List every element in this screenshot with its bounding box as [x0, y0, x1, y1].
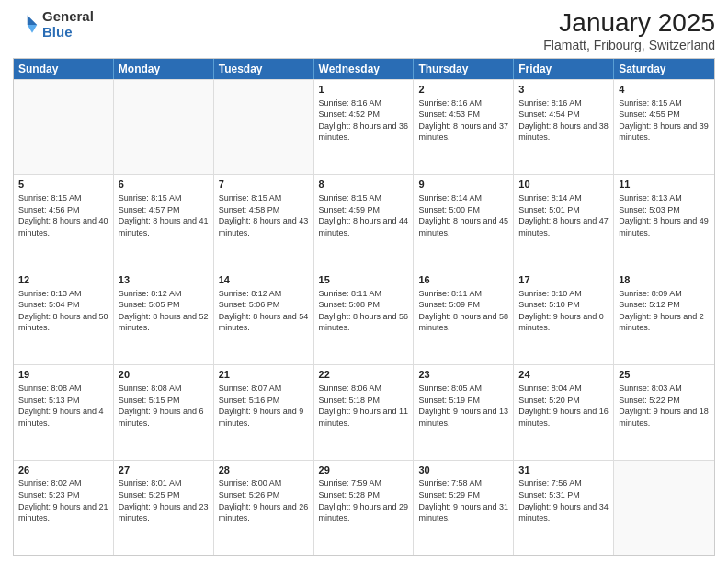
page-subtitle: Flamatt, Fribourg, Switzerland: [543, 38, 715, 52]
day-cell-28: 28Sunrise: 8:00 AM Sunset: 5:26 PM Dayli…: [214, 461, 314, 555]
day-info: Sunrise: 8:12 AM Sunset: 5:06 PM Dayligh…: [219, 288, 309, 334]
empty-cell: [214, 80, 314, 174]
day-number: 28: [219, 464, 309, 477]
day-info: Sunrise: 7:56 AM Sunset: 5:31 PM Dayligh…: [518, 477, 609, 523]
calendar-body: 1Sunrise: 8:16 AM Sunset: 4:52 PM Daylig…: [14, 79, 714, 555]
day-number: 4: [619, 83, 710, 97]
day-info: Sunrise: 8:03 AM Sunset: 5:22 PM Dayligh…: [619, 383, 710, 429]
day-number: 14: [219, 273, 309, 287]
header-day-saturday: Saturday: [614, 59, 714, 79]
day-cell-23: 23Sunrise: 8:05 AM Sunset: 5:19 PM Dayli…: [414, 365, 514, 459]
day-info: Sunrise: 7:59 AM Sunset: 5:28 PM Dayligh…: [319, 477, 409, 523]
day-number: 18: [619, 273, 710, 287]
day-cell-19: 19Sunrise: 8:08 AM Sunset: 5:13 PM Dayli…: [14, 365, 114, 459]
day-cell-4: 4Sunrise: 8:15 AM Sunset: 4:55 PM Daylig…: [614, 80, 714, 174]
logo-general: General: [42, 9, 94, 25]
day-number: 16: [418, 273, 508, 287]
title-block: January 2025 Flamatt, Fribourg, Switzerl…: [543, 9, 715, 52]
day-cell-30: 30Sunrise: 7:58 AM Sunset: 5:29 PM Dayli…: [414, 461, 514, 555]
day-info: Sunrise: 8:12 AM Sunset: 5:05 PM Dayligh…: [119, 288, 209, 334]
calendar-header: SundayMondayTuesdayWednesdayThursdayFrid…: [14, 59, 714, 79]
empty-cell: [14, 80, 114, 174]
day-number: 15: [319, 273, 409, 287]
day-number: 29: [319, 464, 409, 477]
day-cell-14: 14Sunrise: 8:12 AM Sunset: 5:06 PM Dayli…: [214, 270, 314, 364]
day-info: Sunrise: 8:00 AM Sunset: 5:26 PM Dayligh…: [219, 477, 309, 523]
calendar-row: 26Sunrise: 8:02 AM Sunset: 5:23 PM Dayli…: [14, 460, 714, 555]
day-info: Sunrise: 7:58 AM Sunset: 5:29 PM Dayligh…: [418, 477, 508, 523]
page-title: January 2025: [543, 9, 715, 38]
day-number: 20: [119, 368, 209, 382]
day-cell-10: 10Sunrise: 8:14 AM Sunset: 5:01 PM Dayli…: [514, 175, 614, 269]
day-number: 11: [619, 178, 710, 191]
day-cell-12: 12Sunrise: 8:13 AM Sunset: 5:04 PM Dayli…: [14, 270, 114, 364]
calendar-row: 5Sunrise: 8:15 AM Sunset: 4:56 PM Daylig…: [14, 174, 714, 269]
day-number: 2: [418, 83, 508, 97]
header-day-thursday: Thursday: [414, 59, 514, 79]
day-cell-25: 25Sunrise: 8:03 AM Sunset: 5:22 PM Dayli…: [614, 365, 714, 459]
day-number: 19: [18, 368, 108, 382]
svg-marker-1: [28, 25, 38, 33]
day-number: 17: [518, 273, 609, 287]
day-cell-6: 6Sunrise: 8:15 AM Sunset: 4:57 PM Daylig…: [114, 175, 214, 269]
calendar-row: 12Sunrise: 8:13 AM Sunset: 5:04 PM Dayli…: [14, 270, 714, 364]
day-info: Sunrise: 8:09 AM Sunset: 5:12 PM Dayligh…: [619, 288, 710, 334]
logo: General Blue: [13, 9, 94, 40]
day-cell-24: 24Sunrise: 8:04 AM Sunset: 5:20 PM Dayli…: [514, 365, 614, 459]
day-info: Sunrise: 8:01 AM Sunset: 5:25 PM Dayligh…: [119, 477, 209, 523]
day-cell-11: 11Sunrise: 8:13 AM Sunset: 5:03 PM Dayli…: [614, 175, 714, 269]
day-info: Sunrise: 8:16 AM Sunset: 4:53 PM Dayligh…: [418, 98, 508, 144]
day-info: Sunrise: 8:16 AM Sunset: 4:54 PM Dayligh…: [518, 98, 609, 144]
day-cell-18: 18Sunrise: 8:09 AM Sunset: 5:12 PM Dayli…: [614, 270, 714, 364]
day-number: 27: [119, 464, 209, 477]
day-cell-15: 15Sunrise: 8:11 AM Sunset: 5:08 PM Dayli…: [314, 270, 415, 364]
header: General Blue January 2025 Flamatt, Fribo…: [13, 9, 715, 52]
day-number: 21: [219, 368, 309, 382]
day-number: 24: [518, 368, 609, 382]
header-day-tuesday: Tuesday: [214, 59, 314, 79]
day-info: Sunrise: 8:07 AM Sunset: 5:16 PM Dayligh…: [219, 383, 309, 429]
day-cell-27: 27Sunrise: 8:01 AM Sunset: 5:25 PM Dayli…: [114, 461, 214, 555]
day-cell-20: 20Sunrise: 8:08 AM Sunset: 5:15 PM Dayli…: [114, 365, 214, 459]
day-info: Sunrise: 8:14 AM Sunset: 5:01 PM Dayligh…: [518, 192, 609, 238]
day-number: 22: [319, 368, 409, 382]
day-cell-16: 16Sunrise: 8:11 AM Sunset: 5:09 PM Dayli…: [414, 270, 514, 364]
day-info: Sunrise: 8:02 AM Sunset: 5:23 PM Dayligh…: [18, 477, 108, 523]
day-info: Sunrise: 8:15 AM Sunset: 4:57 PM Dayligh…: [119, 192, 209, 238]
day-cell-13: 13Sunrise: 8:12 AM Sunset: 5:05 PM Dayli…: [114, 270, 214, 364]
day-number: 13: [119, 273, 209, 287]
day-info: Sunrise: 8:16 AM Sunset: 4:52 PM Dayligh…: [319, 98, 409, 144]
day-info: Sunrise: 8:15 AM Sunset: 4:56 PM Dayligh…: [18, 192, 108, 238]
day-info: Sunrise: 8:13 AM Sunset: 5:04 PM Dayligh…: [18, 288, 108, 334]
logo-text: General Blue: [42, 9, 94, 40]
day-number: 31: [518, 464, 609, 477]
day-info: Sunrise: 8:06 AM Sunset: 5:18 PM Dayligh…: [319, 383, 409, 429]
day-number: 25: [619, 368, 710, 382]
day-number: 30: [418, 464, 508, 477]
day-info: Sunrise: 8:13 AM Sunset: 5:03 PM Dayligh…: [619, 192, 710, 238]
calendar-row: 1Sunrise: 8:16 AM Sunset: 4:52 PM Daylig…: [14, 79, 714, 174]
svg-marker-0: [28, 15, 38, 25]
day-info: Sunrise: 8:14 AM Sunset: 5:00 PM Dayligh…: [418, 192, 508, 238]
day-number: 23: [418, 368, 508, 382]
day-info: Sunrise: 8:04 AM Sunset: 5:20 PM Dayligh…: [518, 383, 609, 429]
day-cell-29: 29Sunrise: 7:59 AM Sunset: 5:28 PM Dayli…: [314, 461, 415, 555]
day-cell-21: 21Sunrise: 8:07 AM Sunset: 5:16 PM Dayli…: [214, 365, 314, 459]
day-number: 26: [18, 464, 108, 477]
day-number: 7: [219, 178, 309, 191]
day-info: Sunrise: 8:11 AM Sunset: 5:09 PM Dayligh…: [418, 288, 508, 334]
day-cell-31: 31Sunrise: 7:56 AM Sunset: 5:31 PM Dayli…: [514, 461, 614, 555]
day-number: 8: [319, 178, 409, 191]
calendar-row: 19Sunrise: 8:08 AM Sunset: 5:13 PM Dayli…: [14, 364, 714, 459]
day-info: Sunrise: 8:08 AM Sunset: 5:13 PM Dayligh…: [18, 383, 108, 429]
page: General Blue January 2025 Flamatt, Fribo…: [0, 0, 728, 563]
day-cell-22: 22Sunrise: 8:06 AM Sunset: 5:18 PM Dayli…: [314, 365, 415, 459]
day-info: Sunrise: 8:15 AM Sunset: 4:59 PM Dayligh…: [319, 192, 409, 238]
header-day-wednesday: Wednesday: [314, 59, 415, 79]
day-cell-1: 1Sunrise: 8:16 AM Sunset: 4:52 PM Daylig…: [314, 80, 415, 174]
day-cell-17: 17Sunrise: 8:10 AM Sunset: 5:10 PM Dayli…: [514, 270, 614, 364]
day-cell-9: 9Sunrise: 8:14 AM Sunset: 5:00 PM Daylig…: [414, 175, 514, 269]
day-cell-26: 26Sunrise: 8:02 AM Sunset: 5:23 PM Dayli…: [14, 461, 114, 555]
day-info: Sunrise: 8:15 AM Sunset: 4:58 PM Dayligh…: [219, 192, 309, 238]
calendar: SundayMondayTuesdayWednesdayThursdayFrid…: [13, 58, 715, 556]
